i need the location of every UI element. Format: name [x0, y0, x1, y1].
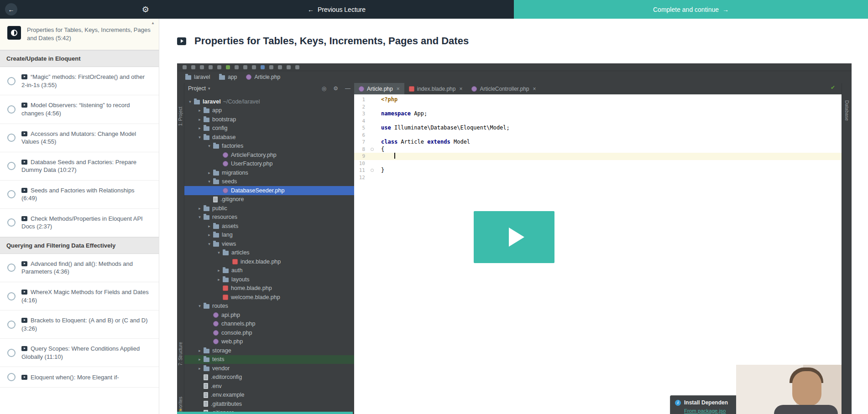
tree-item: ▾resources [184, 213, 354, 222]
progress-circle-icon[interactable] [7, 321, 16, 329]
tree-item: ▸assets [184, 222, 354, 231]
instructor-webcam-overlay [736, 365, 842, 414]
lecture-item-text: WhereX Magic Methods for Fields and Date… [21, 289, 149, 304]
toolbar-icon [269, 65, 273, 69]
video-icon [21, 160, 27, 165]
tree-item: ▸config [184, 124, 354, 133]
progress-circle-icon[interactable] [7, 264, 16, 272]
project-tree: ▾laravel~/Code/laravel▸app▸bootstrap▸con… [184, 94, 354, 414]
tree-label: seeds [222, 178, 237, 185]
tree-down-icon: ▾ [216, 250, 222, 255]
breadcrumb-item: Article.php [246, 74, 280, 80]
play-button[interactable] [474, 211, 554, 263]
video-icon [21, 318, 27, 323]
progress-circle-icon[interactable] [7, 77, 16, 85]
tree-item: ▸auth [184, 266, 354, 275]
lecture-item-label: Seeds and Factories with Relationships (… [21, 186, 152, 202]
tree-item: ▾database [184, 133, 354, 142]
tree-item: .gitattributes [184, 399, 354, 409]
back-button[interactable]: ← [5, 3, 17, 16]
tree-label: public [212, 205, 227, 212]
php-icon [213, 321, 219, 326]
text-caret [394, 153, 395, 159]
tree-right-icon: ▸ [197, 126, 203, 130]
gear-icon[interactable]: ⚙ [142, 5, 149, 15]
tree-item: web.php [184, 337, 354, 347]
code-token: { [381, 146, 384, 152]
tree-right-icon: ▸ [197, 108, 203, 113]
lecture-item-label: “Magic” methods: FirstOrCreate() and oth… [21, 73, 152, 89]
video-icon [21, 188, 27, 193]
lecture-item[interactable]: Advanced find() and all(): Methods and P… [0, 254, 159, 282]
line-number: 2 [354, 104, 365, 111]
tree-right-icon: ▸ [216, 277, 222, 282]
scroll-up-icon[interactable]: ▲ [151, 21, 155, 25]
lecture-item[interactable]: Database Seeds and Factories: Prepare Du… [0, 152, 159, 181]
previous-lecture-button[interactable]: ← Previous Lecture [159, 0, 514, 19]
curriculum-sidebar: ▲ Properties for Tables, Keys, Increment… [0, 19, 159, 414]
forward-arrow-icon: → [722, 6, 729, 13]
tree-item: ▸bootstrap [184, 115, 354, 124]
video-progress-bar[interactable] [177, 412, 353, 414]
lecture-item[interactable]: Accessors and Mutators: Change Model Val… [0, 124, 159, 152]
back-arrow-icon: ← [8, 6, 15, 13]
webcam-person-body [774, 405, 838, 414]
progress-circle-icon[interactable] [7, 218, 16, 227]
lecture-item[interactable]: Model Observers: “listening” to record c… [0, 95, 159, 124]
progress-circle-icon[interactable] [7, 373, 16, 381]
lecture-item[interactable]: Query Scopes: Where Conditions Applied G… [0, 339, 159, 367]
lecture-title-row: Properties for Tables, Keys, Increments,… [177, 35, 868, 47]
lecture-item-text: Advanced find() and all(): Methods and P… [21, 260, 133, 275]
txt-icon [204, 392, 208, 398]
progress-circle-icon[interactable] [7, 134, 16, 142]
tree-label: factories [222, 143, 243, 149]
lecture-item[interactable]: WhereX Magic Methods for Fields and Date… [0, 282, 159, 310]
progress-circle-icon[interactable] [7, 349, 16, 357]
tree-item: ▸storage [184, 346, 354, 355]
code-line: 7class Article extends Model [354, 139, 842, 146]
lecture-item[interactable]: “Magic” methods: FirstOrCreate() and oth… [0, 67, 159, 95]
lecture-item[interactable]: Eloquent when(): More Elegant if- [0, 367, 159, 388]
tab-label: ArticleController.php [480, 86, 529, 92]
webcam-person-face [792, 371, 821, 406]
topbar-left: ← ⚙ [0, 0, 159, 19]
progress-circle-icon[interactable] [7, 190, 16, 198]
lecture-item-label: Check Methods/Properties in Eloquent API… [21, 215, 152, 231]
tree-item: .gitignore [184, 195, 354, 204]
video-player[interactable]: laravelappArticle.php 1: Project 7: Stru… [177, 63, 852, 414]
editor-tab: index.blade.php× [404, 83, 467, 94]
tree-indent [206, 313, 212, 317]
lecture-item[interactable]: Check Methods/Properties in Eloquent API… [0, 209, 159, 237]
tree-label: api.php [221, 312, 240, 318]
breadcrumb-label: laravel [194, 74, 210, 80]
tree-down-icon: ▾ [197, 304, 203, 308]
tree-label: index.blade.php [241, 259, 281, 265]
lecture-item[interactable]: Brackets to Eloquent: (A and B) or (C an… [0, 310, 159, 339]
lecture-item-label: Advanced find() and all(): Methods and P… [21, 260, 152, 276]
editor-tab: Article.php× [354, 83, 404, 94]
tree-indent [206, 321, 212, 326]
code-line: 5use Illuminate\Database\Eloquent\Model; [354, 124, 842, 132]
progress-circle-icon[interactable] [7, 105, 16, 114]
toolbar-icon [295, 65, 299, 69]
tree-item: ▾routes [184, 302, 354, 311]
tree-label: storage [212, 347, 231, 354]
toolbar-icon [200, 65, 204, 69]
tree-down-icon: ▾ [197, 215, 203, 219]
folder-icon [204, 215, 209, 220]
database-tool-window-label: Database [844, 100, 850, 121]
project-panel-title: Project [188, 85, 206, 92]
folder-icon [213, 224, 219, 229]
tree-down-icon: ▾ [197, 135, 203, 140]
folder-icon [204, 207, 209, 211]
tab-label: index.blade.php [417, 86, 456, 92]
progress-circle-icon[interactable] [7, 292, 16, 300]
lecture-item[interactable]: Seeds and Factories with Relationships (… [0, 181, 159, 209]
tree-item: ▸lang [184, 231, 354, 240]
current-lecture-item[interactable]: Properties for Tables, Keys, Increments,… [0, 19, 159, 50]
video-icon [21, 346, 27, 351]
complete-continue-button[interactable]: Complete and continue → [514, 0, 868, 19]
tree-down-icon: ▾ [206, 144, 212, 148]
progress-circle-icon[interactable] [7, 162, 16, 170]
video-icon [21, 261, 27, 266]
